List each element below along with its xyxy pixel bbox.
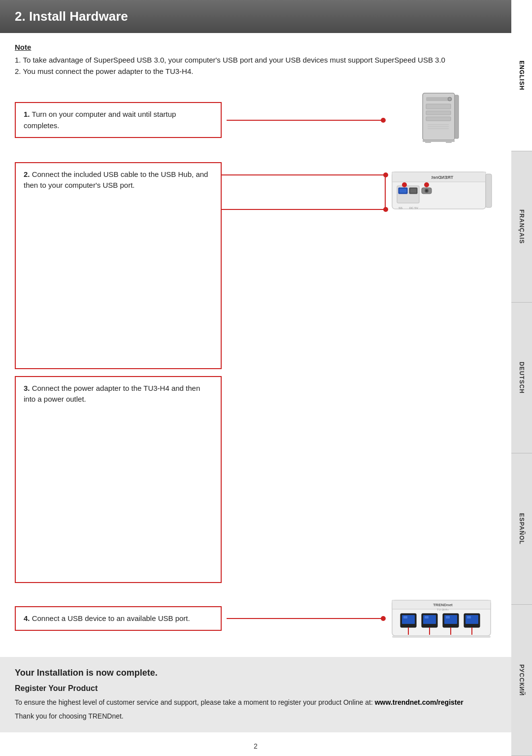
svg-rect-36 (403, 616, 407, 619)
svg-rect-12 (446, 140, 452, 143)
language-tabs: ENGLISH FRANÇAIS DEUTSCH ESPAÑOL РУССКИЙ (511, 0, 532, 756)
svg-rect-4 (426, 117, 451, 121)
step23-image: TRENDnet SS DC 5V (388, 162, 497, 219)
lang-label-german: DEUTSCH (518, 362, 525, 394)
step4-connector (222, 606, 388, 631)
step23-connector (222, 162, 388, 231)
register-url[interactable]: www.trendnet.com/register (375, 698, 464, 706)
lang-tab-french[interactable]: FRANÇAIS (511, 151, 532, 303)
step4-text: 4. Connect a USB device to an available … (24, 614, 190, 622)
svg-rect-29 (486, 174, 492, 207)
register-text: To ensure the highest level of customer … (15, 697, 497, 708)
step1-text: 1. Turn on your computer and wait until … (24, 110, 176, 130)
page-number: 2 (0, 742, 511, 750)
svg-text:DC 5V: DC 5V (409, 206, 418, 209)
step4-image: TRENDnet TU-3H4+ (388, 593, 497, 645)
step23-block: 2. Connect the included USB cable to the… (15, 162, 497, 583)
step3-box: 3. Connect the power adapter to the TU3-… (15, 376, 222, 583)
svg-point-6 (449, 98, 451, 100)
step23-vline (385, 174, 386, 210)
svg-point-24 (426, 190, 428, 192)
svg-point-28 (424, 182, 429, 187)
lang-tab-german[interactable]: DEUTSCH (511, 303, 532, 454)
step1-block: 1. Turn on your computer and wait until … (15, 88, 497, 152)
step2-hline (222, 174, 386, 175)
note-label: Note (15, 43, 497, 51)
lang-label-english: ENGLISH (518, 61, 525, 90)
computer-tower-icon (415, 88, 469, 152)
register-text-before: To ensure the highest level of customer … (15, 698, 375, 706)
lang-tab-english[interactable]: ENGLISH (511, 0, 532, 151)
note-section: Note 1. To take advantage of SuperSpeed … (15, 43, 497, 77)
page-title: 2. Install Hardware (15, 9, 497, 24)
svg-rect-50 (392, 636, 491, 638)
step1-connector (222, 108, 388, 133)
step3-dot (383, 207, 388, 212)
usb-hub-front-icon: TRENDnet TU-3H4+ (390, 593, 496, 645)
step4-dot (381, 616, 386, 621)
svg-text:TRENDnet: TRENDnet (433, 603, 453, 607)
step2-dot (383, 172, 388, 177)
step3-text: 3. Connect the power adapter to the TU3-… (24, 384, 200, 404)
lang-label-french: FRANÇAIS (518, 209, 525, 244)
register-title: Register Your Product (15, 684, 497, 693)
lang-label-spanish: ESPAÑOL (518, 513, 525, 545)
svg-rect-42 (446, 616, 450, 619)
lang-tab-russian[interactable]: РУССКИЙ (511, 605, 532, 756)
step3-hline (222, 209, 386, 210)
svg-rect-21 (410, 189, 416, 193)
svg-text:SS: SS (399, 206, 402, 209)
step23-left: 2. Connect the included USB cable to the… (15, 162, 222, 583)
svg-rect-19 (399, 189, 406, 193)
thank-you-text: Thank you for choosing TRENDnet. (15, 711, 497, 722)
page-header: 2. Install Hardware (0, 0, 511, 33)
step1-dot (381, 118, 386, 123)
svg-point-27 (402, 182, 407, 187)
step4-box: 4. Connect a USB device to an available … (15, 606, 222, 631)
step1-line (227, 120, 383, 121)
note-item-2: 2. You must connect the power adapter to… (15, 66, 497, 77)
main-content: 2. Install Hardware Note 1. To take adva… (0, 0, 511, 756)
svg-rect-11 (425, 140, 431, 143)
svg-rect-39 (425, 616, 429, 619)
svg-text:TRENDnet: TRENDnet (431, 175, 453, 180)
note-item-1: 1. To take advantage of SuperSpeed USB 3… (15, 54, 497, 66)
step4-line (227, 618, 383, 619)
svg-rect-13 (455, 95, 459, 138)
installation-complete-text: Your Installation is now complete. (15, 668, 497, 678)
usb-hub-back-icon: TRENDnet SS DC 5V (390, 162, 496, 219)
lang-tab-spanish[interactable]: ESPAÑOL (511, 453, 532, 605)
svg-rect-2 (426, 104, 451, 109)
step2-text: 2. Connect the included USB cable to the… (24, 170, 208, 190)
lang-label-russian: РУССКИЙ (518, 664, 525, 696)
step2-box: 2. Connect the included USB cable to the… (15, 162, 222, 369)
step1-box: 1. Turn on your computer and wait until … (15, 102, 222, 138)
svg-rect-1 (426, 97, 451, 101)
svg-rect-3 (426, 111, 451, 115)
content-area: Note 1. To take advantage of SuperSpeed … (0, 43, 511, 645)
step1-image (388, 88, 497, 152)
svg-text:TU-3H4+: TU-3H4+ (436, 608, 449, 611)
step4-block: 4. Connect a USB device to an available … (15, 593, 497, 645)
bottom-section: Your Installation is now complete. Regis… (0, 657, 511, 733)
svg-rect-45 (467, 616, 471, 619)
